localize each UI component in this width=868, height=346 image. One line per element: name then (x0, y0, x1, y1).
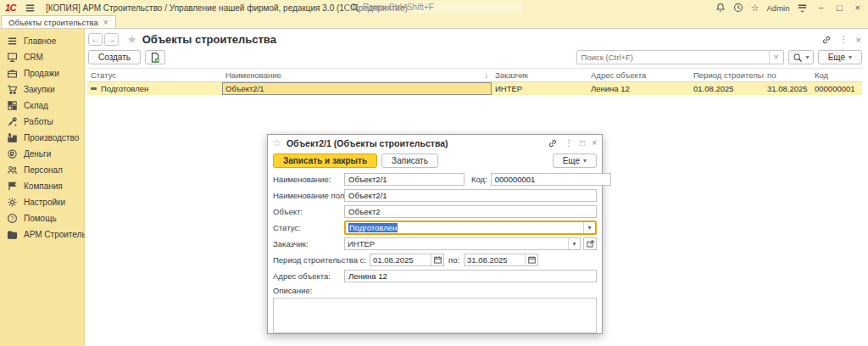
address-label: Адрес объекта: (273, 271, 344, 281)
sidebar-item-nastroyki[interactable]: Настройки (0, 194, 84, 210)
period-to-field[interactable]: 31.08.2025 (464, 254, 538, 266)
tab-objects[interactable]: Объекты строительства × (1, 15, 116, 28)
global-search[interactable]: Поиск Ctrl+Shift+F (345, 1, 523, 14)
cell-name[interactable]: Объект2/1 (222, 82, 492, 95)
cell-status[interactable]: Подготовлен (87, 82, 222, 95)
back-button[interactable]: ← (88, 33, 103, 46)
sidebar-item-sklad[interactable]: Склад (0, 98, 84, 114)
table-header-row: Статус Наименование↓ Заказчик Адрес объе… (87, 68, 862, 82)
maximize-button[interactable]: □ (834, 3, 845, 13)
status-field[interactable]: Подготовлен ▾ (344, 220, 597, 235)
list-search: × (576, 50, 784, 64)
tab-bar: Объекты строительства × (0, 15, 868, 29)
column-code[interactable]: Код (811, 68, 862, 82)
coin-icon (7, 148, 18, 159)
save-and-close-button[interactable]: Записать и закрыть (273, 153, 377, 168)
dialog-maximize-icon[interactable]: □ (580, 138, 585, 148)
tools-icon (7, 116, 18, 127)
object-dialog: ☆ Объект2/1 (Объекты строительства) ⋮ □ … (267, 134, 603, 334)
tab-close-icon[interactable]: × (103, 18, 108, 27)
dialog-link-icon[interactable] (548, 138, 558, 148)
cell-customer[interactable]: ИНТЕР (492, 82, 587, 95)
title-bar: 1С [КОПИЯ] АРМ Строительство / Управлени… (0, 0, 868, 15)
column-status[interactable]: Статус (87, 68, 222, 82)
sort-down-icon: ↓ (485, 71, 489, 80)
main-menu-icon[interactable] (25, 3, 36, 14)
column-period-to[interactable]: по (764, 68, 811, 82)
column-customer[interactable]: Заказчик (492, 68, 587, 82)
sidebar-item-arm-stroitelstvo[interactable]: АРМ Строительство (0, 226, 84, 243)
sidebar-item-dengi[interactable]: Деньги (0, 146, 84, 162)
object-field[interactable] (344, 205, 597, 218)
address-field[interactable] (344, 270, 597, 282)
flag-icon (7, 181, 18, 192)
create-button[interactable]: Создать (88, 50, 141, 64)
period-from-field[interactable]: 01.08.2025 (370, 254, 444, 266)
history-icon[interactable] (733, 3, 743, 13)
column-name[interactable]: Наименование↓ (222, 68, 492, 82)
calendar-icon[interactable] (431, 254, 443, 265)
dialog-favorite-icon[interactable]: ☆ (273, 137, 281, 148)
cell-period-from[interactable]: 01.08.2025 (690, 82, 764, 95)
customer-open-button[interactable] (583, 237, 597, 250)
customer-label: Заказчик: (273, 239, 344, 248)
folder-icon (7, 229, 18, 240)
menu-icon (7, 36, 18, 47)
more-actions-icon[interactable]: ⋮ (839, 34, 849, 45)
cell-period-to[interactable]: 31.08.2025 (764, 82, 811, 95)
search-icon (793, 53, 803, 63)
object-label: Объект: (273, 207, 344, 216)
sidebar-item-raboty[interactable]: Работы (0, 114, 84, 130)
close-form-icon[interactable]: × (856, 35, 861, 45)
name-field[interactable] (344, 173, 465, 186)
forward-button[interactable]: → (104, 33, 119, 46)
service-menu-icon[interactable] (797, 3, 808, 14)
sidebar-item-personal[interactable]: Персонал (0, 162, 84, 178)
sidebar-item-pomosch[interactable]: ?Помощь (0, 210, 84, 226)
cart-icon (7, 84, 18, 95)
dialog-more-button[interactable]: Еще▾ (553, 153, 597, 168)
cell-code[interactable]: 000000001 (811, 82, 862, 95)
cell-address[interactable]: Ленина 12 (587, 82, 690, 95)
favorite-star-icon[interactable]: ★ (127, 33, 137, 46)
dialog-more-icon[interactable]: ⋮ (565, 138, 573, 148)
full-name-field[interactable] (344, 189, 597, 202)
clear-search-icon[interactable]: × (769, 51, 783, 64)
tab-label: Объекты строительства (8, 18, 98, 27)
user-menu[interactable]: Admin (767, 3, 790, 13)
table-row[interactable]: Подготовлен Объект2/1 ИНТЕР Ленина 12 01… (87, 82, 862, 95)
status-dropdown-icon[interactable]: ▾ (583, 222, 595, 233)
boxes-icon (7, 100, 18, 111)
favorites-icon[interactable]: ☆ (751, 3, 760, 13)
sidebar-item-zakupki[interactable]: Закупки (0, 81, 84, 98)
sidebar-item-crm[interactable]: CRM (0, 49, 84, 65)
save-button[interactable]: Записать (381, 153, 438, 168)
column-period-from[interactable]: Период строительства с (690, 68, 764, 82)
dialog-title: Объект2/1 (Объекты строительства) (287, 138, 448, 148)
notifications-icon[interactable] (715, 3, 726, 13)
sidebar-item-glavnoe[interactable]: Главное (0, 33, 84, 49)
open-icon (586, 239, 595, 248)
sidebar-item-kompaniya[interactable]: Компания (0, 178, 84, 194)
dialog-close-icon[interactable]: × (592, 138, 597, 148)
close-window-button[interactable]: × (853, 3, 863, 13)
link-icon[interactable] (821, 35, 832, 45)
code-field[interactable] (491, 173, 611, 186)
briefcase-icon (7, 68, 18, 79)
gear-icon (7, 197, 18, 208)
search-options-button[interactable]: ▾ (788, 50, 814, 64)
sidebar-item-prodazhi[interactable]: Продажи (0, 65, 84, 81)
customer-field[interactable]: ИНТЕР ▾ (344, 237, 581, 250)
customer-dropdown-icon[interactable]: ▾ (568, 238, 580, 249)
create-copy-button[interactable] (145, 50, 165, 64)
list-search-input[interactable] (577, 53, 769, 62)
column-address[interactable]: Адрес объекта (587, 68, 690, 82)
help-icon: ? (7, 213, 18, 224)
calendar-icon[interactable] (525, 254, 537, 265)
description-field[interactable] (273, 298, 597, 333)
period-label: Период строительства с: (273, 255, 366, 265)
sidebar: Главное CRM Продажи Закупки Склад Работы… (0, 29, 85, 346)
sidebar-item-proizvodstvo[interactable]: Производство (0, 130, 84, 146)
list-more-button[interactable]: Еще▾ (818, 50, 862, 64)
minimize-button[interactable]: − (815, 3, 826, 13)
